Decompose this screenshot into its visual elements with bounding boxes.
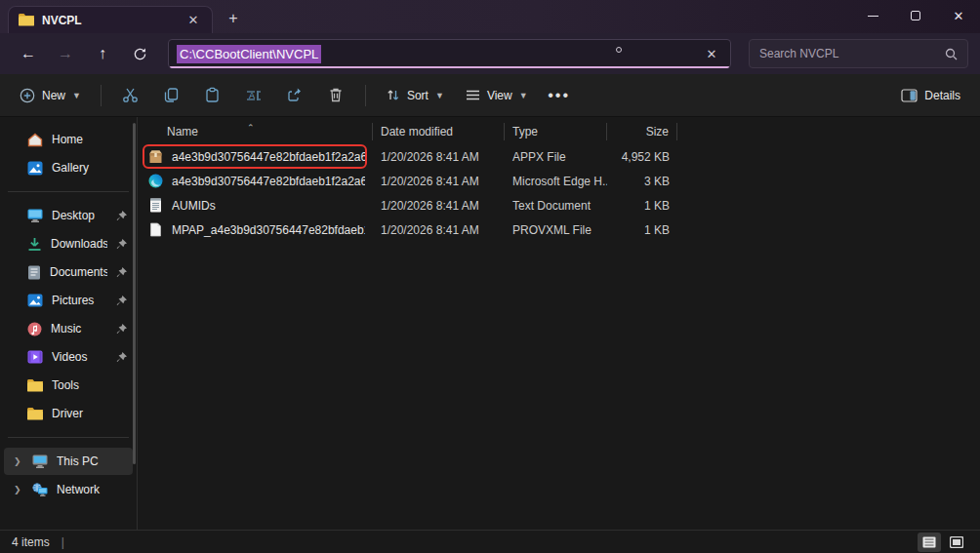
tab-close-icon[interactable]: ✕: [184, 12, 202, 29]
sidebar-item-label: Videos: [52, 350, 107, 364]
thumbnail-view-icon: [950, 536, 963, 548]
sidebar-item-label: Driver: [52, 407, 127, 420]
sidebar-item-pictures[interactable]: Pictures: [4, 287, 133, 314]
music-icon: [27, 322, 42, 336]
main-content: Home Gallery Desktop Downloads Documents: [0, 117, 980, 530]
sort-button[interactable]: Sort ▼: [376, 81, 454, 109]
sidebar-item-label: Documents: [50, 265, 107, 279]
forward-button[interactable]: →: [49, 39, 82, 68]
videos-icon: [27, 350, 43, 364]
documents-icon: [27, 265, 41, 280]
folder-icon: [27, 408, 43, 420]
column-header-size[interactable]: Size: [607, 123, 677, 140]
address-clear-icon[interactable]: ✕: [701, 47, 722, 61]
pin-icon: [116, 211, 127, 221]
details-button-label: Details: [924, 89, 960, 102]
up-button[interactable]: ↑: [86, 39, 119, 68]
folder-icon: [27, 379, 43, 392]
sort-button-label: Sort: [407, 89, 429, 102]
appx-package-icon: [147, 148, 164, 165]
sidebar-item-documents[interactable]: Documents: [4, 258, 133, 286]
sidebar-item-label: Desktop: [52, 209, 107, 222]
sidebar-item-label: This PC: [57, 454, 127, 468]
cut-icon: [122, 87, 139, 103]
blank-document-icon: [147, 221, 164, 238]
file-size: 1 KB: [607, 223, 677, 237]
sidebar-item-label: Tools: [52, 378, 127, 392]
file-name: a4e3b9d30756447e82bfdaeb1f2a2a69: [172, 150, 365, 164]
sidebar-item-network[interactable]: ❯ Network: [4, 476, 133, 503]
edge-html-icon: [147, 173, 164, 189]
new-button-label: New: [42, 89, 65, 102]
sidebar-item-label: Network: [57, 483, 127, 496]
sidebar-item-downloads[interactable]: Downloads: [4, 230, 133, 257]
cut-button[interactable]: [111, 80, 150, 111]
sidebar-item-driver[interactable]: Driver: [4, 400, 133, 427]
details-view-toggle[interactable]: [918, 533, 941, 552]
file-name: MPAP_a4e3b9d30756447e82bfdaeb1f2a2...: [172, 223, 365, 237]
gallery-icon: [27, 161, 43, 176]
new-tab-button[interactable]: +: [219, 6, 248, 31]
sidebar-item-home[interactable]: Home: [4, 126, 133, 153]
chevron-down-icon: ▼: [519, 91, 528, 100]
column-headers: ⌃ Name Date modified Type Size: [138, 119, 980, 144]
sidebar-item-tools[interactable]: Tools: [4, 372, 133, 399]
search-box[interactable]: Search NVCPL: [749, 39, 968, 68]
sidebar-item-label: Home: [52, 133, 127, 146]
chevron-right-icon[interactable]: ❯: [14, 456, 23, 466]
copy-button[interactable]: [152, 80, 191, 111]
explorer-tab[interactable]: NVCPL ✕: [8, 6, 213, 33]
details-pane-button[interactable]: Details: [891, 82, 970, 109]
file-row-appx[interactable]: a4e3b9d30756447e82bfdaeb1f2a2a69 1/20/20…: [138, 144, 980, 169]
file-row-license[interactable]: a4e3b9d30756447e82bfdaeb1f2a2a69_Lic... …: [138, 169, 980, 193]
pin-icon: [116, 352, 127, 363]
sidebar-item-videos[interactable]: Videos: [4, 343, 133, 371]
new-button[interactable]: New ▼: [10, 81, 91, 110]
sidebar-item-label: Gallery: [52, 161, 127, 175]
address-bar[interactable]: C:\CCBootClient\NVCPL ✕: [168, 39, 731, 68]
column-header-type[interactable]: Type: [505, 123, 607, 140]
tab-title: NVCPL: [42, 14, 177, 27]
delete-button[interactable]: [316, 80, 355, 111]
downloads-icon: [27, 237, 42, 252]
sidebar-item-gallery[interactable]: Gallery: [4, 154, 133, 181]
sidebar-item-music[interactable]: Music: [4, 315, 133, 342]
thumbnail-view-toggle[interactable]: [945, 533, 968, 552]
view-button-label: View: [487, 89, 512, 102]
file-explorer-window: NVCPL ✕ + ✕ ← → ↑ C:\CCBootClient\NVCPL …: [0, 0, 980, 553]
share-button[interactable]: [275, 80, 314, 111]
maximize-icon: [911, 11, 920, 20]
minimize-button[interactable]: [851, 0, 894, 31]
more-options-button[interactable]: •••: [540, 80, 579, 111]
details-view-icon: [922, 536, 936, 548]
maximize-button[interactable]: [894, 0, 937, 31]
chevron-right-icon[interactable]: ❯: [14, 485, 23, 494]
sidebar-separator: [8, 437, 129, 438]
close-button[interactable]: ✕: [937, 0, 980, 31]
details-pane-icon: [901, 89, 918, 102]
this-pc-icon: [32, 454, 48, 468]
file-date: 1/20/2026 8:41 AM: [373, 223, 505, 237]
status-separator: |: [61, 535, 64, 549]
file-row-mpap[interactable]: MPAP_a4e3b9d30756447e82bfdaeb1f2a2... 1/…: [138, 217, 980, 242]
refresh-icon: [133, 47, 147, 61]
pin-icon: [116, 296, 127, 306]
svg-text:A: A: [249, 91, 255, 100]
column-header-name[interactable]: ⌃ Name: [138, 123, 373, 140]
rename-button[interactable]: A: [234, 80, 273, 111]
view-lines-icon: [466, 89, 480, 101]
toolbar-separator: [101, 85, 102, 106]
address-path-selected[interactable]: C:\CCBootClient\NVCPL: [177, 45, 321, 63]
refresh-button[interactable]: [123, 39, 156, 68]
sidebar-item-desktop[interactable]: Desktop: [4, 202, 133, 229]
view-button[interactable]: View ▼: [456, 82, 538, 109]
file-row-aumids[interactable]: AUMIDs 1/20/2026 8:41 AM Text Document 1…: [138, 193, 980, 217]
search-input[interactable]: Search NVCPL: [759, 47, 945, 60]
minimize-icon: [868, 16, 878, 17]
back-button[interactable]: ←: [12, 39, 45, 68]
paste-button[interactable]: [193, 80, 232, 111]
sidebar-scrollbar[interactable]: [133, 123, 136, 464]
column-header-date-modified[interactable]: Date modified: [373, 123, 505, 140]
sidebar-separator: [8, 191, 129, 192]
sidebar-item-this-pc[interactable]: ❯ This PC: [4, 448, 133, 475]
